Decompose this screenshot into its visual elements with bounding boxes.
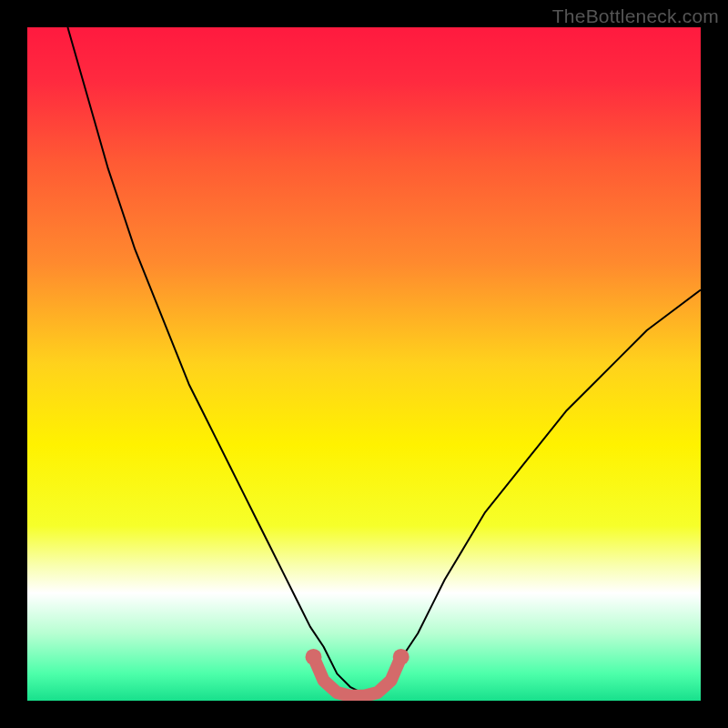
watermark-text: TheBottleneck.com bbox=[552, 5, 719, 27]
sweet-spot-highlight-endpoint bbox=[393, 649, 410, 665]
chart-frame: TheBottleneck.com bbox=[0, 0, 728, 728]
bottleneck-chart bbox=[27, 27, 701, 701]
sweet-spot-highlight-endpoint bbox=[306, 649, 322, 665]
chart-background bbox=[27, 27, 701, 701]
